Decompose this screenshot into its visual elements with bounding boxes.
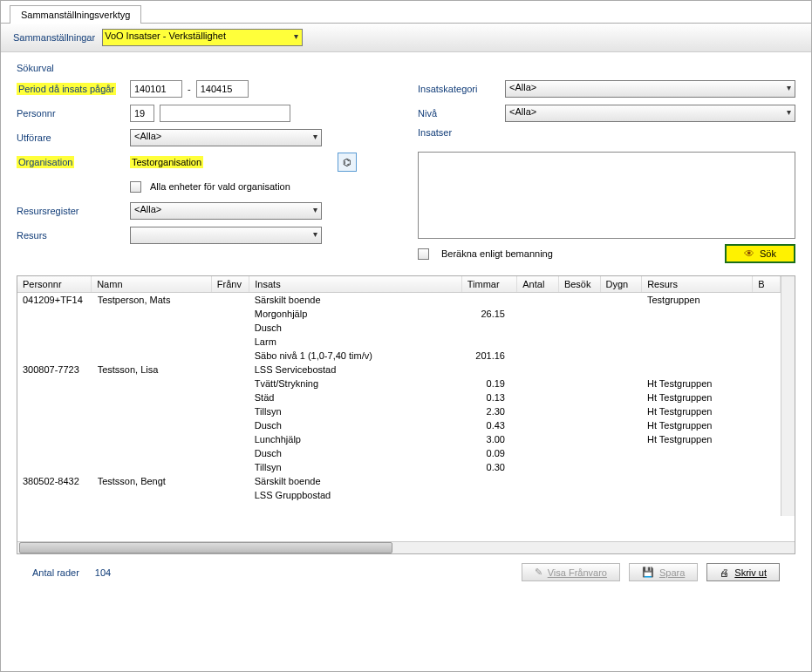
grid-body[interactable]: 041209+TF14Testperson, MatsSärskilt boen…: [17, 293, 781, 501]
grid-col-timmar[interactable]: Timmar: [461, 276, 517, 293]
grid-col-b[interactable]: B: [753, 276, 781, 293]
organisation-picker-button[interactable]: ⌬: [338, 153, 357, 172]
table-row[interactable]: 300807-7723Testsson, LisaLSS Servicebost…: [17, 363, 781, 377]
table-row[interactable]: Städ0.13Ht Testgruppen: [17, 390, 781, 404]
filters-right: Insatskategori <Alla> Nivå <Alla> Insats…: [418, 75, 795, 263]
organisation-label: Organisation: [17, 156, 74, 168]
niva-dropdown[interactable]: <Alla>: [505, 105, 795, 122]
grid-header: PersonnrNamnFrånvInsatsTimmarAntalBesökD…: [17, 276, 781, 293]
sokurval-title: Sökurval: [17, 63, 795, 73]
insatser-listbox[interactable]: [418, 152, 795, 239]
visa-franvaro-label: Visa Frånvaro: [548, 567, 607, 578]
tab-strip: Sammanställningsverktyg: [1, 1, 811, 24]
grid-col-insats[interactable]: Insats: [249, 276, 461, 293]
niva-value: <Alla>: [509, 106, 536, 117]
personnr-prefix-input[interactable]: [130, 105, 154, 122]
niva-label: Nivå: [418, 108, 505, 119]
insatskategori-value: <Alla>: [509, 82, 536, 92]
resurs-label: Resurs: [17, 230, 130, 241]
insatskategori-label: Insatskategori: [418, 84, 505, 94]
period-label: Period då insats pågår: [17, 83, 116, 95]
sammanstallningar-dropdown[interactable]: VoO Insatser - Verkställighet: [102, 29, 303, 46]
sok-button[interactable]: 👁 Sök: [725, 244, 795, 263]
skriv-ut-label: Skriv ut: [734, 567, 767, 578]
table-row[interactable]: 380502-8432Testsson, BengtSärskilt boend…: [17, 474, 781, 488]
table-row[interactable]: Tillsyn2.30Ht Testgruppen: [17, 404, 781, 418]
grid-col-besök[interactable]: Besök: [558, 276, 600, 293]
personnr-label: Personnr: [17, 108, 130, 119]
save-icon: 💾: [642, 567, 654, 578]
insatskategori-dropdown[interactable]: <Alla>: [505, 80, 795, 98]
table-row[interactable]: Morgonhjälp26.15: [17, 307, 781, 321]
results-grid: PersonnrNamnFrånvInsatsTimmarAntalBesökD…: [17, 275, 795, 554]
table-row[interactable]: LSS Gruppbostad: [17, 488, 781, 501]
organisation-value: Testorganisation: [130, 156, 203, 168]
grid-col-namn[interactable]: Namn: [92, 276, 212, 293]
grid-col-antal[interactable]: Antal: [517, 276, 559, 293]
spara-label: Spara: [659, 567, 685, 578]
vertical-scrollbar[interactable]: [781, 276, 795, 516]
footer: Antal rader 104 ✎ Visa Frånvaro 💾 Spara …: [17, 554, 795, 594]
toolbar: Sammanställningar VoO Insatser - Verkstä…: [1, 24, 811, 52]
utforare-label: Utförare: [17, 132, 130, 143]
org-tree-icon: ⌬: [343, 157, 351, 168]
all-units-label: Alla enheter för vald organisation: [150, 181, 290, 192]
table-row[interactable]: 041209+TF14Testperson, MatsSärskilt boen…: [17, 293, 781, 307]
berakna-checkbox[interactable]: [418, 248, 429, 260]
period-sep: -: [188, 84, 191, 94]
filters-left: Period då insats pågår - Personnr: [17, 75, 392, 263]
grid-col-frånv[interactable]: Frånv: [211, 276, 249, 293]
utforare-value: <Alla>: [134, 131, 161, 141]
skriv-ut-button[interactable]: 🖨 Skriv ut: [706, 563, 780, 581]
toolbar-label: Sammanställningar: [13, 32, 95, 43]
tab-sammanstallningsverktyg[interactable]: Sammanställningsverktyg: [10, 5, 141, 24]
table-row[interactable]: Dusch0.43Ht Testgruppen: [17, 418, 781, 432]
dropdown-value: VoO Insatser - Verkställighet: [105, 31, 226, 41]
scrollbar-thumb[interactable]: [19, 542, 392, 553]
table-row[interactable]: Dusch: [17, 321, 781, 335]
app-window: Sammanställningsverktyg Sammanställninga…: [0, 0, 812, 672]
rows-label: Antal rader: [32, 567, 79, 578]
grid-col-dygn[interactable]: Dygn: [600, 276, 642, 293]
table-row[interactable]: Säbo nivå 1 (1,0-7,40 tim/v)201.16: [17, 349, 781, 363]
grid-table: PersonnrNamnFrånvInsatsTimmarAntalBesökD…: [17, 276, 781, 293]
resursregister-label: Resursregister: [17, 206, 130, 216]
tab-label: Sammanställningsverktyg: [21, 10, 130, 20]
print-icon: 🖨: [720, 567, 729, 578]
period-to-input[interactable]: [196, 80, 249, 98]
resursregister-value: <Alla>: [134, 204, 161, 214]
utforare-dropdown[interactable]: <Alla>: [130, 129, 322, 146]
filters: Period då insats pågår - Personnr: [17, 75, 795, 263]
table-row[interactable]: Tvätt/Strykning0.19Ht Testgruppen: [17, 377, 781, 390]
all-units-checkbox[interactable]: [130, 181, 141, 193]
content: Sökurval Period då insats pågår - Person…: [1, 52, 811, 601]
table-row[interactable]: Tillsyn0.30: [17, 460, 781, 474]
horizontal-scrollbar[interactable]: [17, 541, 795, 553]
spara-button[interactable]: 💾 Spara: [629, 563, 698, 581]
visa-franvaro-button[interactable]: ✎ Visa Frånvaro: [522, 563, 620, 581]
berakna-label: Beräkna enligt bemanning: [441, 248, 553, 259]
resursregister-dropdown[interactable]: <Alla>: [130, 202, 322, 220]
search-eye-icon: 👁: [744, 248, 754, 260]
period-from-input[interactable]: [130, 80, 182, 98]
table-row[interactable]: Dusch0.09: [17, 446, 781, 460]
table-row[interactable]: Larm: [17, 335, 781, 349]
resurs-dropdown[interactable]: [130, 227, 322, 244]
personnr-input[interactable]: [160, 105, 290, 122]
insatser-label: Insatser: [418, 127, 505, 138]
rows-value: 104: [95, 567, 111, 578]
grid-col-personnr[interactable]: Personnr: [17, 276, 92, 293]
table-row[interactable]: Lunchhjälp3.00Ht Testgruppen: [17, 432, 781, 446]
sok-label: Sök: [760, 248, 776, 259]
absence-icon: ✎: [535, 567, 542, 578]
grid-col-resurs[interactable]: Resurs: [642, 276, 753, 293]
